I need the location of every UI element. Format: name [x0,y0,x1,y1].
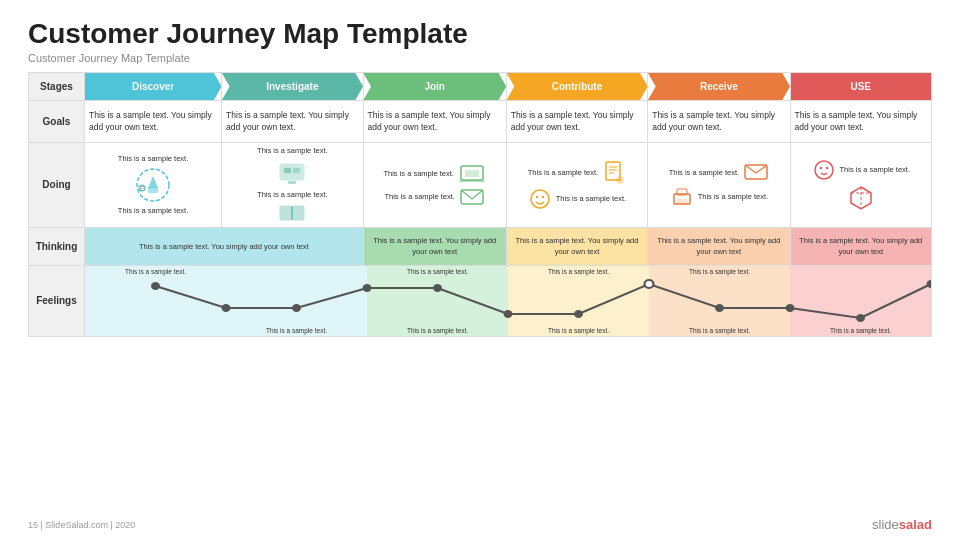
doing-receive-printer-icon [670,186,694,208]
svg-text:+: + [619,177,622,183]
stage-contribute: Contribute [506,73,647,101]
doing-investigate-book-icon [278,202,306,224]
stage-receive: Receive [648,73,790,101]
doing-receive-email-icon [743,162,769,184]
stage-use: USE [790,73,931,101]
thinking-use: This is a sample text. You simply add yo… [790,227,931,265]
goals-discover: This is a sample text. You simply add yo… [85,101,222,143]
svg-point-45 [856,314,865,322]
footer-brand: slidesalad [872,517,932,532]
svg-point-40 [504,310,513,318]
doing-use-box-icon [847,183,875,211]
svg-rect-8 [288,181,296,184]
page-subtitle: Customer Journey Map Template [28,52,932,64]
svg-point-30 [819,167,821,169]
svg-point-37 [292,304,301,312]
slide: Customer Journey Map Template Customer J… [0,0,960,540]
doing-use: This is a sample text. [790,143,931,228]
doing-investigate: This is a sample text. This is a sample … [222,143,363,228]
doing-join: This is a sample text. This is a sample … [363,143,506,228]
svg-point-44 [786,304,795,312]
goals-contribute: This is a sample text. You simply add yo… [506,101,647,143]
journey-map-table: Stages Discover Investigate Join Contrib… [28,72,932,337]
footer-page: 15 | SlideSalad.com | 2020 [28,520,135,530]
svg-point-29 [815,161,833,179]
goals-label: Goals [29,101,85,143]
doing-receive: This is a sample text. This is a sample [648,143,790,228]
doing-row: Doing This is a sample text. 💬 This is a… [29,143,932,228]
doing-contribute-doc-icon: + [602,160,626,186]
feelings-row: Feelings [29,265,932,336]
svg-point-39 [433,284,442,292]
svg-rect-7 [293,168,300,173]
feelings-chart-cell: This is a sample text. This is a sample … [85,265,932,336]
doing-discover-icon: 💬 [134,166,172,204]
thinking-contribute: This is a sample text. You simply add yo… [506,227,647,265]
thinking-label: Thinking [29,227,85,265]
goals-investigate: This is a sample text. You simply add yo… [222,101,363,143]
svg-point-35 [151,282,160,290]
svg-rect-13 [459,180,485,182]
svg-point-36 [222,304,231,312]
doing-label: Doing [29,143,85,228]
svg-point-22 [531,190,549,208]
thinking-discover: This is a sample text. You simply add yo… [85,227,364,265]
svg-text:💬: 💬 [140,186,145,191]
page-title: Customer Journey Map Template [28,18,932,50]
doing-contribute-smiley-icon [528,188,552,210]
doing-join-laptop-icon [458,163,486,185]
doing-investigate-icon [274,158,310,188]
goals-row: Goals This is a sample text. You simply … [29,101,932,143]
stages-label: Stages [29,73,85,101]
thinking-join: This is a sample text. You simply add yo… [363,227,506,265]
svg-point-42 [645,280,654,288]
feelings-label: Feelings [29,265,85,336]
stage-investigate: Investigate [222,73,363,101]
svg-rect-2 [148,187,158,193]
thinking-row: Thinking This is a sample text. You simp… [29,227,932,265]
stages-row: Stages Discover Investigate Join Contrib… [29,73,932,101]
svg-rect-28 [677,199,687,204]
svg-point-43 [715,304,724,312]
svg-rect-6 [284,168,291,173]
svg-marker-1 [148,176,158,188]
footer: 15 | SlideSalad.com | 2020 slidesalad [28,517,932,532]
svg-point-24 [542,196,544,198]
svg-point-23 [536,196,538,198]
stage-join: Join [363,73,506,101]
goals-join: This is a sample text. You simply add yo… [363,101,506,143]
svg-rect-10 [293,206,304,220]
goals-receive: This is a sample text. You simply add yo… [648,101,790,143]
doing-contribute: This is a sample text. + [506,143,647,228]
svg-point-38 [363,284,372,292]
doing-discover: This is a sample text. 💬 This is a sampl… [85,143,222,228]
svg-rect-14 [465,170,479,177]
svg-point-41 [574,310,583,318]
svg-rect-5 [280,164,304,180]
stage-discover: Discover [85,73,222,101]
feelings-line-chart [85,266,931,336]
doing-use-smiley-icon [812,159,836,181]
thinking-receive: This is a sample text. You simply add yo… [648,227,790,265]
svg-point-31 [825,167,827,169]
svg-rect-9 [280,206,291,220]
doing-join-email-icon [459,187,485,207]
goals-use: This is a sample text. You simply add yo… [790,101,931,143]
